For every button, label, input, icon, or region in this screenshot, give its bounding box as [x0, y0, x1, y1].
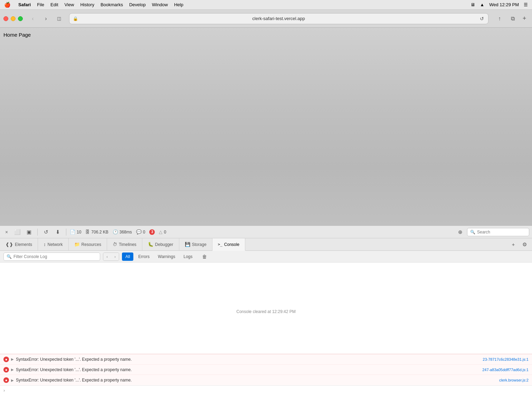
size-value: 706.2 KB [91, 230, 108, 235]
menu-item-develop[interactable]: Develop [129, 2, 146, 7]
console-error-row: ● ▶ SyntaxError: Unexpected token '...'.… [0, 354, 532, 365]
devtools-panel: × ⬜ ▣ ↺ ⬇ 📄 10 🗄 [0, 226, 532, 395]
back-button[interactable]: ‹ [28, 13, 38, 24]
devtools-search-input[interactable] [477, 230, 529, 235]
back-icon: ‹ [32, 16, 34, 22]
menu-item-window[interactable]: Window [152, 2, 168, 7]
devtools-globe-button[interactable]: ⊕ [455, 227, 465, 237]
console-input[interactable] [7, 388, 529, 393]
menu-item-file[interactable]: File [37, 2, 44, 7]
forward-icon: › [45, 16, 47, 22]
expand-arrow-2[interactable]: ▶ [11, 368, 14, 371]
console-errors: ● ▶ SyntaxError: Unexpected token '...'.… [0, 354, 532, 385]
stat-files: 📄 10 [70, 229, 81, 235]
nav-prev-button[interactable]: ‹ [103, 253, 111, 260]
expand-arrow-3[interactable]: ▶ [11, 378, 14, 382]
menu-item-safari[interactable]: Safari [18, 2, 31, 7]
lock-icon: 🔒 [73, 16, 78, 21]
filter-input-container[interactable]: 🔍 [3, 252, 100, 261]
tab-elements[interactable]: ❰❱ Elements [0, 238, 38, 250]
search-icon: 🔍 [470, 230, 475, 235]
address-bar[interactable]: 🔒 clerk-safari-test.vercel.app ↺ [69, 13, 488, 24]
devtools-search-box[interactable]: 🔍 [467, 228, 529, 236]
devtools-close-button[interactable]: × [3, 228, 10, 236]
error-message-2: SyntaxError: Unexpected token '...'. Exp… [16, 367, 480, 372]
trash-icon: 🗑 [202, 254, 207, 259]
tab-resources[interactable]: 📁 Resources [69, 238, 107, 250]
add-panel-button[interactable]: + [509, 240, 518, 249]
resources-tab-icon: 📁 [74, 242, 80, 247]
tab-storage[interactable]: 💾 Storage [179, 238, 212, 250]
filter-warnings-button[interactable]: Warnings [154, 252, 179, 261]
storage-tab-icon: 💾 [185, 242, 190, 247]
reload-button[interactable]: ↺ [479, 15, 485, 22]
devtools-download-button[interactable]: ⬇ [53, 227, 63, 237]
menu-item-view[interactable]: View [65, 2, 74, 7]
tab-network[interactable]: ↕ Network [38, 238, 69, 250]
reload-icon: ↺ [480, 16, 484, 21]
close-button[interactable] [3, 16, 8, 21]
menu-item-help[interactable]: Help [174, 2, 183, 7]
tab-resources-label: Resources [82, 242, 101, 247]
menu-item-edit[interactable]: Edit [50, 2, 58, 7]
globe-icon: ⊕ [458, 229, 463, 235]
files-count: 10 [77, 230, 81, 235]
system-time: Wed 12:29 PM [489, 2, 519, 7]
expand-arrow-1[interactable]: ▶ [11, 357, 14, 361]
console-error-row: ● ▶ SyntaxError: Unexpected token '...'.… [0, 365, 532, 375]
download-icon: ⬇ [56, 229, 60, 235]
menu-bar: 🍎 Safari File Edit View History Bookmark… [0, 0, 532, 10]
error-source-2[interactable]: 247-a83a05ddff77ad6d.js:1 [482, 368, 529, 372]
maximize-button[interactable] [18, 16, 23, 21]
filter-all-button[interactable]: All [122, 252, 133, 261]
page-title: Home Page [3, 32, 31, 38]
forward-button[interactable]: › [41, 13, 51, 24]
menu-item-bookmarks[interactable]: Bookmarks [101, 2, 123, 7]
add-tab-button[interactable]: + [520, 15, 529, 23]
tab-console-label: Console [224, 242, 239, 247]
share-button[interactable]: ↑ [494, 13, 505, 24]
nav-next-button[interactable]: › [111, 253, 119, 260]
console-filter-input[interactable] [13, 254, 97, 259]
console-input-row: › [0, 385, 532, 395]
traffic-lights [3, 16, 23, 21]
stat-time: 🕐 368ms [113, 229, 132, 235]
page-content: Home Page [0, 28, 532, 226]
toolbar-actions: ↑ ⧉ + [494, 13, 529, 24]
devtools-layout-button[interactable]: ▣ [24, 227, 34, 237]
tab-timelines[interactable]: ⏱ Timelines [107, 238, 142, 250]
tab-debugger-label: Debugger [155, 242, 173, 247]
tab-overview-button[interactable]: ⧉ [507, 13, 518, 24]
devtools-tabs-right: + ⚙ [506, 238, 532, 250]
sidebar-toggle-button[interactable]: ◫ [54, 13, 64, 24]
filter-buttons: All Errors Warnings Logs [122, 252, 196, 261]
settings-button[interactable]: ⚙ [520, 240, 529, 249]
warning-icon: △ [159, 229, 162, 235]
add-tab-icon: + [523, 15, 526, 22]
minimize-button[interactable] [11, 16, 16, 21]
clear-console-button[interactable]: 🗑 [200, 252, 209, 261]
devtools-tabs: ❰❱ Elements ↕ Network 📁 Resources ⏱ Time… [0, 238, 532, 251]
stat-messages: 💬 0 [136, 229, 145, 235]
apple-menu[interactable]: 🍎 [4, 2, 11, 8]
tab-overview-icon: ⧉ [511, 16, 515, 22]
console-error-row: ● ▶ SyntaxError: Unexpected token '...'.… [0, 375, 532, 385]
menu-item-history[interactable]: History [80, 2, 94, 7]
address-text: clerk-safari-test.vercel.app [80, 16, 477, 21]
devtools-refresh-button[interactable]: ↺ [41, 227, 51, 237]
devtools-inspect-button[interactable]: ⬜ [12, 227, 22, 237]
browser-toolbar: ‹ › ◫ 🔒 clerk-safari-test.vercel.app ↺ ↑… [0, 10, 532, 28]
filter-errors-button[interactable]: Errors [135, 252, 153, 261]
monitor-icon: 🖥 [471, 2, 475, 7]
file-icon: 📄 [70, 229, 75, 235]
tab-console[interactable]: >_ Console [212, 238, 245, 251]
filter-logs-button[interactable]: Logs [180, 252, 196, 261]
console-tab-icon: >_ [218, 242, 222, 247]
separator-1 [37, 229, 38, 236]
error-source-1[interactable]: 23-78717c6c28348e31.js:1 [483, 357, 529, 361]
filter-search-icon: 🔍 [7, 254, 12, 259]
tab-debugger[interactable]: 🐛 Debugger [142, 238, 179, 250]
tab-network-label: Network [48, 242, 63, 247]
error-source-3[interactable]: clerk.browser.js:2 [499, 378, 529, 382]
timelines-tab-icon: ⏱ [113, 242, 117, 247]
